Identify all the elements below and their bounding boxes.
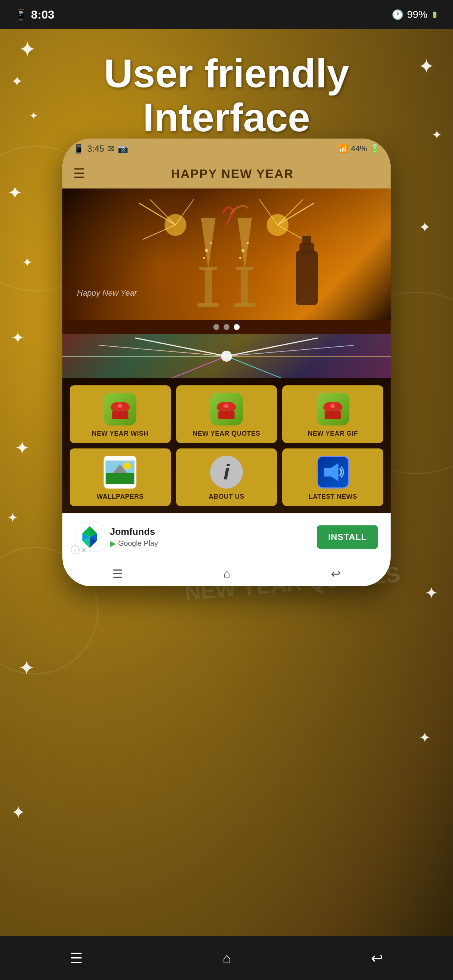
bow-icon-1 — [108, 398, 132, 421]
svg-rect-59 — [324, 468, 331, 477]
champagne-area — [62, 188, 391, 320]
fireworks-section — [62, 334, 391, 378]
sim-icon: 📱 — [14, 9, 27, 21]
phone-battery-icon: 🔋 — [370, 144, 380, 153]
new-year-gif-label: NEW YEAR GIF — [308, 430, 358, 438]
phone-wifi-icon: 📶 — [338, 144, 348, 153]
new-year-gif-icon-bg — [317, 393, 349, 425]
svg-point-39 — [118, 404, 122, 408]
phone-home-icon[interactable]: ⌂ — [223, 567, 230, 581]
about-us-label: ABOUT US — [209, 493, 244, 501]
phone-bottom-nav: ☰ ⌂ ↩ — [62, 561, 391, 586]
phone-time: 3:45 — [87, 144, 104, 154]
svg-point-35 — [221, 351, 232, 362]
bottom-menu-icon[interactable]: ☰ — [70, 950, 83, 967]
status-bar-right: 🕐 99% 🔋 — [392, 9, 439, 21]
svg-point-45 — [224, 404, 228, 408]
ad-info: Jomfunds ▶ Google Play — [110, 526, 311, 548]
bottom-back-icon[interactable]: ↩ — [371, 950, 383, 967]
phone-status-bar: 📱 3:45 ✉ 📷 📶 44% 🔋 — [62, 138, 391, 159]
sparkle-5: ✦ — [22, 255, 32, 270]
google-play-triangle-icon: ▶ — [110, 539, 116, 548]
sparkle-6: ✦ — [11, 328, 25, 347]
wallpapers-label: WALLPAPERS — [97, 493, 144, 501]
new-year-wish-icon-bg — [104, 393, 136, 425]
phone-status-right: 📶 44% 🔋 — [338, 144, 380, 153]
battery-icon: 🔋 — [431, 11, 439, 18]
new-year-wish-label: NEW YEAR WISH — [92, 430, 148, 438]
svg-point-16 — [203, 257, 205, 259]
svg-rect-12 — [205, 269, 212, 305]
svg-marker-60 — [331, 463, 338, 481]
svg-line-31 — [226, 345, 354, 356]
ad-close-icon[interactable]: ✕ — [81, 546, 86, 554]
hero-banner: Happy New Year — [62, 188, 391, 320]
menu-item-new-year-gif[interactable]: NEW YEAR GIF — [282, 385, 383, 443]
bow-icon-2 — [214, 398, 238, 421]
latest-news-label: LATEST NEWS — [309, 493, 357, 501]
ad-source-text: Google Play — [118, 539, 158, 547]
phone-menu-icon[interactable]: ☰ — [112, 567, 123, 581]
svg-line-34 — [226, 356, 281, 378]
phone-camera-icon: 📷 — [118, 144, 128, 154]
sparkle-12: ✦ — [424, 583, 439, 603]
svg-line-33 — [172, 356, 226, 378]
menu-item-wallpapers[interactable]: WALLPAPERS — [70, 449, 171, 506]
phone-mail-icon: ✉ — [107, 144, 115, 154]
svg-point-21 — [241, 249, 244, 252]
champagne-svg — [121, 196, 332, 320]
ad-info-badge[interactable]: i — [71, 546, 80, 554]
svg-point-51 — [331, 404, 335, 408]
carousel-dot-2[interactable] — [223, 324, 230, 330]
ad-app-name: Jomfunds — [110, 526, 311, 538]
fireworks-svg — [62, 334, 391, 378]
app-header: ☰ HAPPY NEW YEAR — [62, 159, 391, 188]
install-button[interactable]: INSTALL — [317, 525, 378, 549]
sparkle-13: ✦ — [18, 656, 35, 679]
svg-line-27 — [135, 338, 226, 356]
bottom-home-icon[interactable]: ⌂ — [222, 950, 231, 967]
svg-point-22 — [247, 242, 249, 244]
new-year-quotes-label: NEW YEAR QUOTES — [193, 430, 260, 438]
latest-news-icon — [317, 456, 349, 488]
menu-item-about-us[interactable]: i ABOUT US — [176, 449, 277, 506]
menu-item-new-year-wish[interactable]: NEW YEAR WISH — [70, 385, 171, 443]
hero-title: User friendly Interface — [14, 51, 439, 139]
svg-rect-20 — [234, 303, 256, 307]
sparkle-4: ✦ — [7, 182, 22, 204]
svg-point-15 — [210, 242, 212, 244]
landscape-icon — [105, 460, 135, 484]
phone-back-icon[interactable]: ↩ — [331, 567, 341, 581]
status-bar-left: 📱 8:03 — [14, 8, 54, 22]
svg-rect-53 — [325, 411, 341, 419]
new-year-quotes-icon-bg — [210, 393, 243, 425]
sparkle-11: ✦ — [7, 511, 18, 525]
sparkle-10: ✦ — [14, 438, 30, 459]
svg-rect-26 — [302, 236, 311, 245]
ad-banner: Jomfunds ▶ Google Play INSTALL i ✕ — [68, 517, 385, 557]
phone-sim-icon: 📱 — [73, 144, 84, 154]
sparkle-15: ✦ — [11, 802, 26, 822]
banner-text: Happy New Year — [77, 288, 137, 298]
carousel-dot-3[interactable] — [234, 324, 239, 330]
menu-item-latest-news[interactable]: LATEST NEWS — [282, 449, 383, 506]
menu-item-new-year-quotes[interactable]: NEW YEAR QUOTES — [176, 385, 277, 443]
svg-line-30 — [226, 338, 318, 356]
speaker-icon — [322, 461, 344, 483]
grid-menu: NEW YEAR WISH NEW YEAR QUOTES — [62, 378, 391, 513]
status-bar: 📱 8:03 🕐 99% 🔋 — [0, 0, 453, 29]
about-us-icon: i — [210, 456, 243, 488]
carousel-dots[interactable] — [62, 320, 391, 334]
phone-battery-percent: 44% — [351, 144, 367, 153]
info-letter: i — [223, 461, 230, 483]
hamburger-menu-icon[interactable]: ☰ — [73, 166, 85, 181]
svg-point-57 — [124, 462, 131, 469]
svg-marker-17 — [238, 218, 252, 269]
svg-line-28 — [99, 345, 226, 356]
sparkle-9: ✦ — [419, 219, 431, 235]
carousel-dot-1[interactable] — [214, 324, 219, 330]
status-time: 8:03 — [31, 8, 54, 22]
svg-marker-10 — [201, 218, 215, 269]
svg-point-23 — [239, 257, 241, 259]
phone-mockup: 📱 3:45 ✉ 📷 📶 44% 🔋 ☰ HAPPY NEW YEAR — [62, 138, 391, 586]
